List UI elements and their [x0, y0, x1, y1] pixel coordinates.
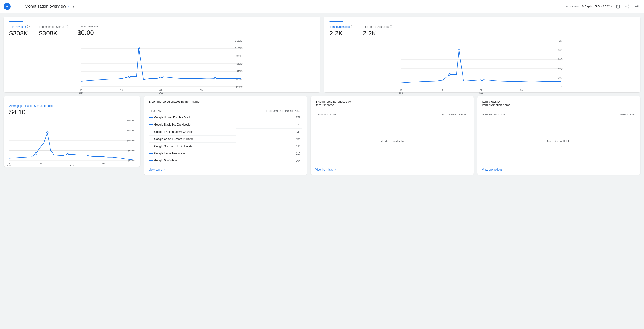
- item-promotion-col2: ITEM VIEWS: [620, 113, 636, 116]
- svg-text:600: 600: [558, 58, 562, 61]
- first-time-info-icon[interactable]: ⓘ: [390, 25, 392, 29]
- revenue-metrics: Total revenue ⓘ $308K Ecommerce revenue …: [9, 25, 314, 37]
- row-underline: [148, 153, 153, 154]
- svg-rect-0: [616, 5, 620, 8]
- item-name-cell: Google Camp F...ream Pullover: [148, 136, 236, 143]
- svg-text:09: 09: [520, 89, 523, 92]
- total-revenue-info-icon[interactable]: ⓘ: [27, 25, 30, 29]
- item-value-cell: 104: [236, 157, 302, 164]
- row-underline: [148, 146, 153, 146]
- header-right: Last 28 days 18 Sept - 15 Oct 2022 ▾: [564, 3, 640, 10]
- trend-icon[interactable]: [633, 3, 640, 10]
- total-revenue-label: Total revenue ⓘ: [9, 25, 30, 29]
- table-row: Google Unisex Eco Tee Black 259: [148, 114, 302, 121]
- item-promotion-card: Item Views by Item promotion name ITEM P…: [477, 96, 640, 175]
- svg-text:$5.00: $5.00: [128, 149, 134, 152]
- avg-metric-label: Average purchase revenue per user: [9, 104, 135, 108]
- avg-underline: [9, 101, 23, 102]
- svg-point-5: [626, 6, 627, 7]
- svg-point-45: [449, 74, 451, 75]
- view-promotions-link[interactable]: View promotions →: [482, 165, 636, 171]
- table-row: Google Large Tote White 117: [148, 150, 302, 157]
- svg-text:Oct: Oct: [159, 92, 163, 94]
- header: A + Monetisation overview ✓ ▾ Last 28 da…: [0, 0, 644, 13]
- row-underline: [148, 160, 153, 161]
- item-name-text: Google Large Tote White: [154, 152, 185, 155]
- svg-text:$120K: $120K: [235, 40, 242, 42]
- avg-metric-value: $4.10: [9, 108, 135, 116]
- add-button[interactable]: +: [14, 4, 19, 9]
- bottom-row: Average purchase revenue per user $4.10 …: [4, 96, 640, 175]
- svg-point-47: [481, 79, 483, 81]
- total-purchasers-info-icon[interactable]: ⓘ: [351, 25, 354, 29]
- item-name-text: Google Sherpa ...ck Zip Hoodie: [154, 145, 193, 148]
- svg-text:400: 400: [558, 67, 562, 70]
- purchasers-chart: 1K 800 600 400 200 0 18 Sept 25 02 Oct 0…: [330, 41, 635, 87]
- item-name-cell: Google Unisex Eco Tee Black: [148, 114, 236, 121]
- ecommerce-revenue-label: Ecommerce revenue ⓘ: [39, 25, 68, 29]
- row-underline: [148, 132, 153, 132]
- date-range-chevron[interactable]: ▾: [611, 5, 612, 8]
- table-row: Google Sherpa ...ck Zip Hoodie 131: [148, 143, 302, 150]
- svg-text:25: 25: [120, 89, 123, 92]
- svg-text:$10.00: $10.00: [127, 139, 134, 142]
- first-time-label: First time purchasers ⓘ: [363, 25, 392, 29]
- calendar-icon[interactable]: [614, 3, 622, 10]
- date-range-dates: 18 Sept - 15 Oct 2022: [580, 5, 610, 8]
- row-underline: [148, 124, 153, 125]
- ecommerce-revenue-value: $308K: [39, 30, 68, 37]
- avg-chart: $20.00 $15.00 $10.00 $5.00 $0.00 18 Sept…: [9, 120, 135, 161]
- purchasers-metrics: Total purchasers ⓘ 2.2K First time purch…: [330, 25, 635, 37]
- revenue-chart-container: $120K $100K $80K $60K $40K $20K $0.00 18: [9, 41, 314, 88]
- table-row: Google Camp F...ream Pullover 131: [148, 136, 302, 143]
- view-items-link[interactable]: View items →: [148, 165, 302, 171]
- revenue-underline: [9, 21, 23, 22]
- item-name-cell: Google Sherpa ...ck Zip Hoodie: [148, 143, 236, 150]
- item-promotion-no-data: No data available: [482, 118, 636, 165]
- svg-text:09: 09: [102, 162, 105, 165]
- title-check-icon: ✓: [68, 4, 71, 9]
- svg-point-24: [138, 47, 140, 49]
- svg-text:$20.00: $20.00: [127, 119, 134, 122]
- item-name-text: Google Pen White: [154, 159, 177, 162]
- total-purchasers-value: 2.2K: [330, 30, 354, 37]
- avg-chart-container: $20.00 $15.00 $10.00 $5.00 $0.00 18 Sept…: [9, 120, 135, 162]
- svg-point-23: [129, 76, 130, 78]
- item-promotion-title: Item Views by Item promotion name: [482, 100, 636, 109]
- svg-point-64: [35, 152, 37, 154]
- first-time-value: 2.2K: [363, 30, 392, 37]
- revenue-chart: $120K $100K $80K $60K $40K $20K $0.00 18: [9, 41, 314, 87]
- svg-text:0: 0: [561, 86, 562, 89]
- svg-point-46: [458, 49, 460, 51]
- ecommerce-revenue-info-icon[interactable]: ⓘ: [66, 25, 68, 29]
- item-value-cell: 117: [236, 150, 302, 157]
- item-list-col2: E-COMMERCE PUR...: [442, 113, 469, 116]
- title-chevron-icon[interactable]: ▾: [73, 5, 74, 8]
- item-name-cell: Google Large Tote White: [148, 150, 236, 157]
- top-cards-row: Total revenue ⓘ $308K Ecommerce revenue …: [4, 17, 640, 92]
- svg-text:Oct: Oct: [479, 92, 483, 94]
- svg-line-7: [627, 7, 628, 8]
- item-name-col-header: ITEM NAME: [148, 108, 236, 114]
- item-list-title: E-commerce purchases by Item list name: [315, 100, 469, 109]
- item-name-cell: Google Black Eco Zip Hoodie: [148, 121, 236, 128]
- ecommerce-table-card: E-commerce purchases by Item name ITEM N…: [144, 96, 307, 175]
- total-purchasers-metric: Total purchasers ⓘ 2.2K: [330, 25, 354, 37]
- item-name-text: Google Black Eco Zip Hoodie: [154, 123, 190, 126]
- svg-text:Oct: Oct: [70, 164, 74, 167]
- view-item-lists-link[interactable]: View item lists →: [315, 165, 469, 171]
- date-range[interactable]: Last 28 days 18 Sept - 15 Oct 2022 ▾: [564, 5, 612, 8]
- svg-point-65: [46, 132, 48, 133]
- share-icon[interactable]: [624, 3, 631, 10]
- ecommerce-data-table: ITEM NAME E-COMMERCE PURCHAS... Google U…: [148, 108, 302, 165]
- revenue-card: Total revenue ⓘ $308K Ecommerce revenue …: [4, 17, 320, 92]
- main-content: Total revenue ⓘ $308K Ecommerce revenue …: [0, 13, 644, 179]
- svg-text:25: 25: [440, 89, 443, 92]
- ecommerce-table-title[interactable]: E-commerce purchases by Item name: [148, 100, 302, 105]
- avatar[interactable]: A: [4, 3, 11, 10]
- svg-point-26: [214, 77, 216, 79]
- first-time-purchasers-metric: First time purchasers ⓘ 2.2K: [363, 25, 392, 37]
- ad-revenue-value: $0.00: [78, 29, 98, 36]
- svg-point-6: [628, 7, 629, 8]
- svg-point-25: [161, 76, 163, 78]
